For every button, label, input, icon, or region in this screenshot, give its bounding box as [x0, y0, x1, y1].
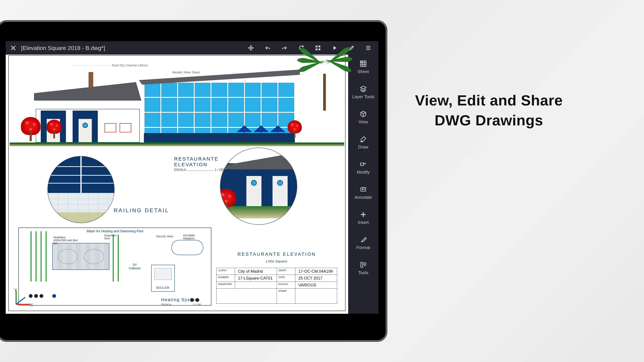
red-tree [46, 120, 62, 138]
tb-key [216, 289, 277, 304]
tool-format[interactable]: Format [348, 231, 378, 256]
sv-collector-label: SV Collector [129, 263, 141, 270]
tb-val: VARIOUS [295, 282, 337, 289]
railing-detail-circle [48, 156, 114, 223]
svg-rect-0 [316, 45, 318, 47]
elevation-label: RESTAURANTE ELEVATION ESCALA1 / 150 [174, 156, 224, 172]
cube-icon [360, 110, 367, 118]
menu-button[interactable] [360, 42, 377, 54]
move-icon[interactable] [242, 42, 259, 54]
tb-val [295, 289, 337, 304]
diagram-annotation: Ventilation 4200x2300 with Bird Net [53, 236, 78, 245]
svg-rect-3 [318, 48, 320, 50]
diagram-title: Water for Heating and Swimming Pool [19, 229, 211, 233]
svg-text:X: X [30, 303, 33, 307]
tool-label: Annotate [354, 195, 372, 200]
tool-tools[interactable]: Tools [348, 256, 378, 281]
pencil-line-icon [360, 135, 367, 143]
tb-key: DATE: [277, 275, 295, 282]
tool-label: Layer Tools [352, 94, 374, 99]
tool-draw[interactable]: Draw [348, 130, 378, 155]
titleblock-table: CLIENT: City of Madrid DRAFT: 17-OC-CM.0… [216, 268, 337, 304]
tb-val [235, 282, 277, 289]
tool-sheet[interactable]: Sheet [348, 55, 378, 80]
tool-label: Modify [357, 170, 370, 175]
tool-annotate[interactable]: Annotate [348, 180, 378, 205]
undo-button[interactable] [259, 42, 276, 54]
svg-point-8 [364, 263, 366, 265]
svg-rect-2 [316, 48, 318, 50]
detail-section: RESTAURANTE ELEVATION ESCALA1 / 150 RAIL… [10, 154, 344, 235]
svg-rect-1 [318, 45, 320, 47]
marketing-line1: View, Edit and Share [401, 90, 577, 110]
callout-frame: Metallic Silver Sheet [172, 71, 233, 74]
tb-key: NUMBER: [216, 275, 235, 282]
marketing-headline: View, Edit and Share DWG Drawings [401, 90, 577, 130]
annotate-icon [360, 186, 367, 193]
diagram-annotation: Hot Water Radiators [183, 234, 203, 240]
red-tree [288, 120, 302, 138]
tb-key: DRAFT: [277, 268, 295, 275]
ucs-axis-icon: Y X [13, 287, 33, 307]
svg-rect-5 [360, 163, 364, 166]
tool-label: Tools [358, 270, 368, 275]
modify-icon [360, 161, 367, 168]
app-screen: [Elevation Square 2018 - B.dwg*] [6, 41, 378, 314]
titleblock-subtitle: Little Square [234, 260, 319, 263]
tb-val: City of Madrid [235, 268, 277, 275]
pressure-vessel [172, 240, 203, 255]
tb-key: SIGNATURE: [216, 282, 235, 289]
diagram-annotation: Inspection Door [104, 234, 123, 240]
svg-text:Y: Y [14, 288, 17, 292]
elevation-view: Roof Zinc Channel 140mm Metallic Silver … [10, 57, 344, 152]
layers-icon [360, 85, 367, 92]
tool-label: View [358, 119, 368, 124]
tb-key: ESCALA: [277, 282, 295, 289]
heating-label: Heating System ESCALA1 / 150 [161, 297, 201, 306]
tools-icon [360, 261, 367, 269]
tb-val: 17-OC-CM.04A199 [295, 268, 337, 275]
tool-layer[interactable]: Layer Tools [348, 80, 378, 105]
tool-label: Sheet [358, 69, 369, 74]
tb-val: 17-LSquare-CAT01 [235, 275, 277, 282]
brush-icon [360, 236, 367, 243]
tool-view[interactable]: View [348, 105, 378, 130]
diagram-annotation: Security Valve [156, 235, 173, 238]
tb-key: CLIENT: [216, 268, 235, 275]
tb-val: 25 OCT 2017 [295, 275, 337, 282]
railing-label: RAILING DETAIL [114, 207, 169, 214]
tool-label: Format [356, 245, 370, 250]
entrance-detail-circle [220, 148, 297, 225]
boiler: BOILER [151, 265, 175, 292]
tool-modify[interactable]: Modify [348, 155, 378, 180]
water-tank [52, 243, 109, 270]
tool-label: Draw [358, 144, 368, 150]
svg-rect-7 [361, 262, 362, 267]
tb-key: STAMP: [277, 289, 295, 304]
tool-insert[interactable]: Insert [348, 205, 378, 231]
right-tool-panel: Sheet Layer Tools View Draw Modify Annot… [348, 55, 378, 314]
red-tree [21, 117, 40, 141]
redo-button[interactable] [276, 42, 293, 54]
plus-icon [360, 211, 367, 218]
marketing-line2: DWG Drawings [401, 110, 577, 130]
titleblock-title: RESTAURANTE ELEVATION [222, 252, 331, 257]
tool-label: Insert [358, 220, 368, 225]
tablet-frame: [Elevation Square 2018 - B.dwg*] [0, 20, 388, 342]
sheet-icon [360, 60, 367, 67]
drawing-canvas[interactable]: Roof Zinc Channel 140mm Metallic Silver … [6, 55, 348, 314]
bottom-section: Water for Heating and Swimming Pool BOIL… [10, 226, 344, 310]
title-block: RESTAURANTE ELEVATION Little Square CLIE… [216, 248, 337, 310]
palm-tree [307, 52, 342, 111]
callout-roof: Roof Zinc Channel 140mm [112, 64, 172, 67]
close-button[interactable] [8, 42, 19, 54]
patio-umbrellas [237, 124, 287, 142]
heating-diagram: Water for Heating and Swimming Pool BOIL… [18, 228, 211, 306]
document-title: [Elevation Square 2018 - B.dwg*] [21, 45, 105, 51]
